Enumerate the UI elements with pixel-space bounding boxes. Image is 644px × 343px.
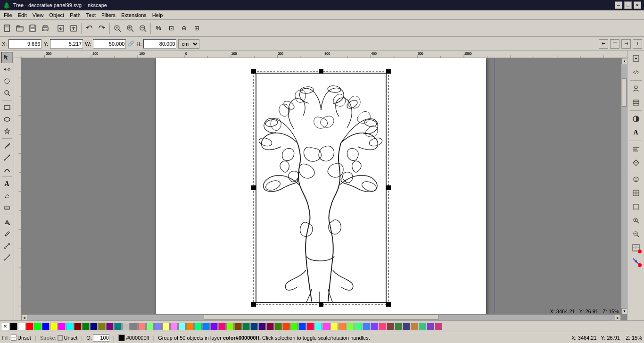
palette-color-swatch[interactable]: [266, 323, 274, 330]
handle-bottom-left[interactable]: [251, 302, 256, 307]
handle-top-right[interactable]: [386, 69, 391, 74]
palette-color-swatch[interactable]: [226, 323, 234, 330]
vscroll-track[interactable]: [621, 64, 627, 308]
snap-special-button[interactable]: [629, 241, 643, 254]
palette-color-swatch[interactable]: [282, 323, 290, 330]
palette-color-swatch[interactable]: [250, 323, 258, 330]
zoom-out-rp-button[interactable]: [629, 227, 643, 241]
menu-view[interactable]: View: [30, 11, 47, 19]
align-top-button[interactable]: ⊥: [633, 39, 642, 49]
palette-color-swatch[interactable]: [42, 323, 50, 330]
handle-top-left[interactable]: [251, 69, 256, 74]
text-format-button[interactable]: A: [629, 126, 643, 139]
new-button[interactable]: [1, 22, 13, 34]
zoom-in-button[interactable]: [124, 22, 136, 34]
snap-toolbar-button[interactable]: [629, 52, 643, 65]
spray-tool[interactable]: [1, 190, 13, 201]
align-center-h-button[interactable]: ⊤: [610, 39, 619, 49]
object-properties-button[interactable]: [629, 82, 643, 95]
connector-tool[interactable]: [1, 240, 13, 251]
menu-object[interactable]: Object: [46, 11, 67, 19]
palette-color-swatch[interactable]: [90, 323, 98, 330]
palette-color-swatch[interactable]: [306, 323, 314, 330]
transform-button[interactable]: [629, 156, 643, 169]
palette-color-swatch[interactable]: [122, 323, 130, 330]
palette-color-swatch[interactable]: [314, 323, 322, 330]
scroll-left-button[interactable]: ◄: [21, 315, 27, 320]
palette-color-swatch[interactable]: [371, 323, 378, 330]
handle-mid-right[interactable]: [386, 185, 391, 190]
zoom-in-rp-button[interactable]: [629, 214, 643, 227]
snap-bbox-button[interactable]: ⊡: [165, 22, 177, 34]
star-tool[interactable]: [1, 125, 13, 137]
snap-other-button[interactable]: ⊞: [190, 22, 203, 34]
measure-tool[interactable]: [1, 252, 13, 263]
palette-color-swatch[interactable]: [146, 323, 154, 330]
canvas-area[interactable]: -300 -200 -100 0 100 200 300 400: [14, 51, 627, 320]
align-left-button[interactable]: ⊢: [599, 39, 608, 49]
pencil-tool[interactable]: [1, 140, 13, 151]
palette-color-swatch[interactable]: [162, 323, 170, 330]
palette-color-swatch[interactable]: [130, 323, 138, 330]
unit-select[interactable]: cm mm px in: [178, 39, 199, 49]
menu-edit[interactable]: Edit: [15, 11, 30, 19]
menu-text[interactable]: Text: [83, 11, 99, 19]
palette-color-swatch[interactable]: [274, 323, 282, 330]
save-button[interactable]: [26, 22, 39, 34]
snap-nodes-button[interactable]: ⊕: [178, 22, 190, 34]
palette-color-swatch[interactable]: [154, 323, 162, 330]
vertical-scrollbar[interactable]: ▲ ▼: [621, 58, 627, 314]
dropper-tool[interactable]: [1, 228, 13, 240]
fill-stroke-button[interactable]: [629, 112, 643, 125]
palette-color-swatch[interactable]: [419, 323, 426, 330]
palette-color-swatch[interactable]: [234, 323, 242, 330]
scroll-right-button[interactable]: ►: [615, 315, 621, 320]
opacity-input[interactable]: [93, 334, 109, 342]
node-tool[interactable]: [1, 64, 13, 75]
tweak-tool[interactable]: [1, 75, 13, 87]
w-input[interactable]: [93, 39, 126, 49]
eraser-tool[interactable]: [1, 202, 13, 213]
palette-color-swatch[interactable]: [106, 323, 114, 330]
palette-color-swatch[interactable]: [34, 323, 41, 330]
zoom-out-button[interactable]: [137, 22, 149, 34]
menu-file[interactable]: File: [1, 11, 15, 19]
palette-color-swatch[interactable]: [58, 323, 66, 330]
export-button[interactable]: [67, 22, 80, 34]
zoom-fit-page-button[interactable]: [629, 200, 643, 213]
snap-enable-button[interactable]: %: [152, 22, 165, 34]
palette-color-swatch[interactable]: [170, 323, 178, 330]
palette-color-swatch[interactable]: [114, 323, 122, 330]
align-button[interactable]: [629, 142, 643, 156]
palette-color-swatch[interactable]: [322, 323, 330, 330]
align-right-button[interactable]: ⊣: [621, 39, 631, 49]
select-tool[interactable]: [1, 52, 13, 63]
maximize-button[interactable]: □: [624, 1, 632, 9]
menu-extensions[interactable]: Extensions: [118, 11, 149, 19]
scroll-up-button[interactable]: ▲: [621, 58, 627, 64]
palette-color-swatch[interactable]: [339, 323, 346, 330]
palette-color-swatch[interactable]: [10, 323, 17, 330]
y-input[interactable]: [50, 39, 83, 49]
palette-color-swatch[interactable]: [395, 323, 402, 330]
layers-button[interactable]: [629, 96, 643, 109]
palette-color-swatch[interactable]: [427, 323, 434, 330]
menu-filters[interactable]: Filters: [99, 11, 118, 19]
vscroll-thumb[interactable]: [622, 78, 627, 107]
window-controls[interactable]: ─ □ ✕: [615, 1, 641, 9]
palette-color-swatch[interactable]: [435, 323, 442, 330]
palette-color-swatch[interactable]: [242, 323, 250, 330]
doc-properties-button[interactable]: [629, 173, 643, 186]
undo-button[interactable]: [83, 22, 95, 34]
palette-color-swatch[interactable]: [387, 323, 394, 330]
redo-button[interactable]: [96, 22, 108, 34]
close-button[interactable]: ✕: [634, 1, 641, 9]
palette-color-swatch[interactable]: [290, 323, 298, 330]
palette-color-swatch[interactable]: [18, 323, 25, 330]
menu-path[interactable]: Path: [67, 11, 83, 19]
palette-color-swatch[interactable]: [82, 323, 90, 330]
handle-mid-left[interactable]: [251, 185, 256, 190]
palette-color-swatch[interactable]: [74, 323, 82, 330]
h-input[interactable]: [143, 39, 176, 49]
print-button[interactable]: [39, 22, 51, 34]
